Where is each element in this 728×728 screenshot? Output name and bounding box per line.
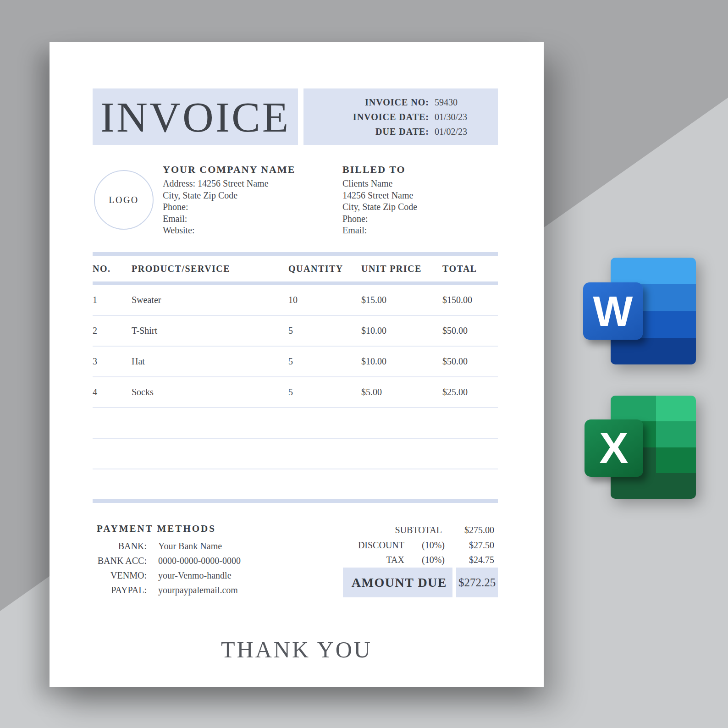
company-info: YOUR COMPANY NAME Address: 14256 Street … [163,163,300,237]
billed-to-line: 14256 Street Name [342,190,471,202]
word-stripe-4 [611,338,696,364]
totals-percentage: (10%) [407,538,445,553]
company-lines: Address: 14256 Street Name City, State Z… [163,178,300,237]
item-quantity: 10 [288,295,361,305]
item-unit-price: $15.00 [361,295,442,305]
company-line: City, State Zip Code [163,190,300,202]
empty-table-row [93,408,498,439]
page-background: INVOICE INVOICE NO: 59430 INVOICE DATE: … [0,0,728,728]
meta-row-due-date: DUE DATE: 01/02/23 [303,124,477,139]
amount-due-label: AMOUNT DUE [352,575,447,590]
excel-cell [656,396,696,421]
meta-row-invoice-no: INVOICE NO: 59430 [303,95,477,110]
billed-to-line: Clients Name [342,178,471,190]
billed-to-heading: BILLED TO [342,163,471,176]
item-no: 2 [93,325,132,336]
item-quantity: 5 [288,387,361,397]
payment-methods-rows: BANK: Your Bank Name BANK ACC: 0000-0000… [97,539,294,597]
billed-to-lines: Clients Name 14256 Street Name City, Sta… [342,178,471,237]
word-letter: W [593,290,633,332]
payment-label: VENMO: [97,568,147,583]
item-no: 3 [93,356,132,367]
empty-table-row [93,439,498,469]
table-row: 1 Sweater 10 $15.00 $150.00 [93,285,498,316]
totals-amount: $27.50 [445,538,498,553]
payment-methods: PAYMENT METHODS BANK: Your Bank Name BAN… [97,523,294,597]
totals-label: SUBTOTAL [343,523,445,538]
excel-cell [611,473,656,499]
excel-letter: X [599,426,628,470]
meta-row-invoice-date: INVOICE DATE: 01/30/23 [303,110,477,124]
item-total: $25.00 [442,387,498,397]
item-product: Hat [132,356,288,367]
totals-amount: $275.00 [445,523,498,538]
empty-table-row [93,469,498,499]
billed-to-line: Phone: [342,213,471,225]
totals-percentage: (10%) [407,552,445,568]
totals-row-tax: TAX (10%) $24.75 [343,552,498,568]
column-header-product: PRODUCT/SERVICE [132,264,288,274]
column-header-unit-price: UNIT PRICE [361,264,442,274]
table-header-bottom-bar [93,281,498,285]
item-total: $50.00 [442,356,498,367]
item-unit-price: $5.00 [361,387,442,397]
column-header-total: TOTAL [442,264,498,274]
invoice-paper: INVOICE INVOICE NO: 59430 INVOICE DATE: … [50,42,544,687]
meta-value: 01/30/23 [435,110,477,124]
excel-cell [656,421,696,447]
payment-row-paypal: PAYPAL: yourpaypalemail.com [97,583,294,597]
meta-value: 59430 [435,95,477,110]
item-quantity: 5 [288,325,361,336]
column-header-quantity: QUANTITY [288,264,361,274]
billed-to-line: Email: [342,225,471,237]
amount-due-bar: AMOUNT DUE $272.25 [343,568,498,597]
totals-label: DISCOUNT [343,538,407,553]
amount-due-value: $272.25 [458,576,496,589]
billed-to-info: BILLED TO Clients Name 14256 Street Name… [342,163,471,237]
meta-label: DUE DATE: [375,124,429,139]
company-line: Phone: [163,201,300,213]
payment-label: PAYPAL: [97,583,147,597]
totals-summary: SUBTOTAL $275.00 DISCOUNT (10%) $27.50 T… [343,523,498,568]
amount-due-label-segment: AMOUNT DUE [343,568,452,597]
invoice-title: INVOICE [100,95,290,138]
billed-to-line: City, State Zip Code [342,201,471,213]
company-line: Website: [163,225,300,237]
invoice-title-block: INVOICE [93,88,298,145]
company-line: Address: 14256 Street Name [163,178,300,190]
invoice-header-band: INVOICE INVOICE NO: 59430 INVOICE DATE: … [93,88,498,145]
item-unit-price: $10.00 [361,325,442,336]
table-row: 2 T-Shirt 5 $10.00 $50.00 [93,316,498,347]
excel-letter-tile: X [585,419,643,477]
logo-placeholder: LOGO [94,170,154,230]
items-table: NO. PRODUCT/SERVICE QUANTITY UNIT PRICE … [93,252,498,503]
totals-amount: $24.75 [445,552,498,568]
item-quantity: 5 [288,356,361,367]
payment-value: yourpaypalemail.com [158,583,238,597]
column-header-no: NO. [93,264,132,274]
payment-value: Your Bank Name [158,539,222,553]
excel-cell [656,473,696,499]
totals-label: TAX [343,552,407,568]
table-bottom-bar [93,499,498,503]
header-band-gap [298,88,303,145]
amount-due-gap [452,568,456,597]
amount-due-value-segment: $272.25 [456,568,498,597]
payment-label: BANK: [97,539,147,553]
totals-row-subtotal: SUBTOTAL $275.00 [343,523,498,538]
meta-value: 01/02/23 [435,124,477,139]
payment-value: 0000-0000-0000-0000 [158,553,241,568]
item-total: $50.00 [442,325,498,336]
payment-row-bank-acc: BANK ACC: 0000-0000-0000-0000 [97,553,294,568]
company-heading: YOUR COMPANY NAME [163,163,300,176]
item-no: 1 [93,295,132,305]
thank-you-text: THANK YOU [50,637,544,663]
company-line: Email: [163,213,300,225]
item-no: 4 [93,387,132,397]
payment-row-venmo: VENMO: your-Venmo-handle [97,568,294,583]
item-total: $150.00 [442,295,498,305]
item-product: Socks [132,387,288,397]
meta-label: INVOICE NO: [365,95,429,110]
excel-cell [611,396,656,421]
payment-row-bank: BANK: Your Bank Name [97,539,294,553]
